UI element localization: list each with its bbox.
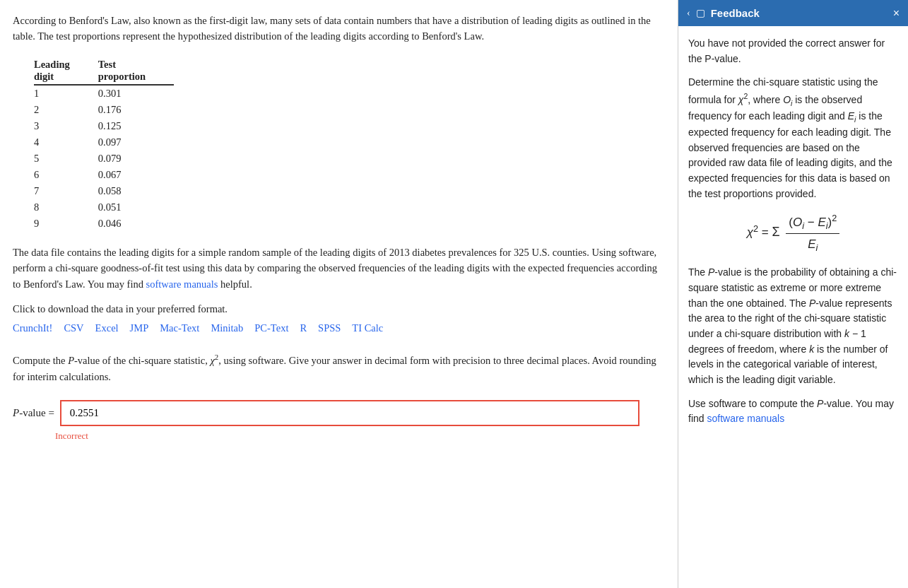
digit-cell: 5 — [34, 151, 98, 167]
software-link-1[interactable]: software manuals — [146, 278, 218, 290]
table-row: 40.097 — [34, 134, 174, 151]
feedback-chevron-icon[interactable]: ‹ — [687, 8, 690, 19]
download-link-r[interactable]: R — [300, 322, 307, 334]
feedback-para4: Use software to compute the P-value. You… — [688, 396, 898, 427]
table-row: 10.301 — [34, 85, 174, 102]
incorrect-label: Incorrect — [55, 430, 658, 442]
data-description: The data file contains the leading digit… — [13, 245, 658, 292]
proportion-cell: 0.067 — [98, 167, 174, 183]
proportion-cell: 0.058 — [98, 183, 174, 199]
pvalue-label: P-value = — [13, 407, 54, 419]
proportion-cell: 0.051 — [98, 199, 174, 216]
feedback-title: Feedback — [711, 7, 760, 19]
table-row: 30.125 — [34, 118, 174, 134]
table-row: 70.058 — [34, 183, 174, 199]
feedback-header-left: ‹ ▢ Feedback — [687, 7, 760, 19]
benford-table: Leadingdigit Testproportion 10.30120.176… — [34, 57, 174, 232]
proportion-cell: 0.176 — [98, 102, 174, 118]
download-link-csv[interactable]: CSV — [64, 322, 83, 334]
feedback-doc-icon: ▢ — [696, 7, 705, 19]
software-link-2[interactable]: software manuals — [707, 413, 784, 424]
digit-cell: 6 — [34, 167, 98, 183]
proportion-cell: 0.125 — [98, 118, 174, 134]
col2-header: Testproportion — [98, 57, 174, 85]
proportion-cell: 0.079 — [98, 151, 174, 167]
helpful-text: helpful. — [220, 278, 252, 290]
proportion-cell: 0.046 — [98, 216, 174, 232]
digit-cell: 4 — [34, 134, 98, 151]
compute-instruction: Compute the P-value of the chi-square st… — [13, 351, 658, 384]
pvalue-input[interactable] — [60, 400, 639, 426]
digit-cell: 9 — [34, 216, 98, 232]
download-link-crunchit-[interactable]: CrunchIt! — [13, 322, 52, 334]
main-content: According to Benford's Law, also known a… — [0, 0, 678, 588]
digit-cell: 8 — [34, 199, 98, 216]
download-prompt: Click to download the data in your prefe… — [13, 303, 658, 315]
proportion-cell: 0.097 — [98, 134, 174, 151]
table-row: 50.079 — [34, 151, 174, 167]
feedback-para1: You have not provided the correct answer… — [688, 36, 898, 66]
feedback-para3: The P-value is the probability of obtain… — [688, 265, 898, 388]
download-link-minitab[interactable]: Minitab — [211, 322, 243, 334]
table-row: 80.051 — [34, 199, 174, 216]
digit-cell: 2 — [34, 102, 98, 118]
table-row: 90.046 — [34, 216, 174, 232]
feedback-header: ‹ ▢ Feedback × — [678, 0, 908, 26]
download-links-row: CrunchIt!CSVExcelJMPMac-TextMinitabPC-Te… — [13, 322, 658, 334]
digit-cell: 7 — [34, 183, 98, 199]
download-link-spss[interactable]: SPSS — [318, 322, 341, 334]
feedback-body: You have not provided the correct answer… — [678, 26, 908, 445]
download-link-excel[interactable]: Excel — [95, 322, 119, 334]
feedback-panel: ‹ ▢ Feedback × You have not provided the… — [678, 0, 908, 588]
chi-square-formula: χ2 = Σ (Oi − Ei)2 Ei — [688, 211, 898, 255]
data-desc-text1: The data file contains the leading digit… — [13, 247, 657, 290]
feedback-close-button[interactable]: × — [893, 8, 900, 19]
col1-header: Leadingdigit — [34, 57, 98, 85]
proportion-cell: 0.301 — [98, 85, 174, 102]
download-link-pc-text[interactable]: PC-Text — [254, 322, 288, 334]
digit-cell: 1 — [34, 85, 98, 102]
compute-part1: Compute the P-value of the chi-square st… — [13, 355, 656, 382]
table-row: 60.067 — [34, 167, 174, 183]
table-row: 20.176 — [34, 102, 174, 118]
digit-cell: 3 — [34, 118, 98, 134]
download-link-jmp[interactable]: JMP — [130, 322, 149, 334]
download-link-ti-calc[interactable]: TI Calc — [352, 322, 383, 334]
intro-paragraph: According to Benford's Law, also known a… — [13, 13, 658, 45]
download-link-mac-text[interactable]: Mac-Text — [160, 322, 199, 334]
pvalue-row: P-value = — [13, 400, 658, 426]
feedback-para2: Determine the chi-square statistic using… — [688, 75, 898, 201]
